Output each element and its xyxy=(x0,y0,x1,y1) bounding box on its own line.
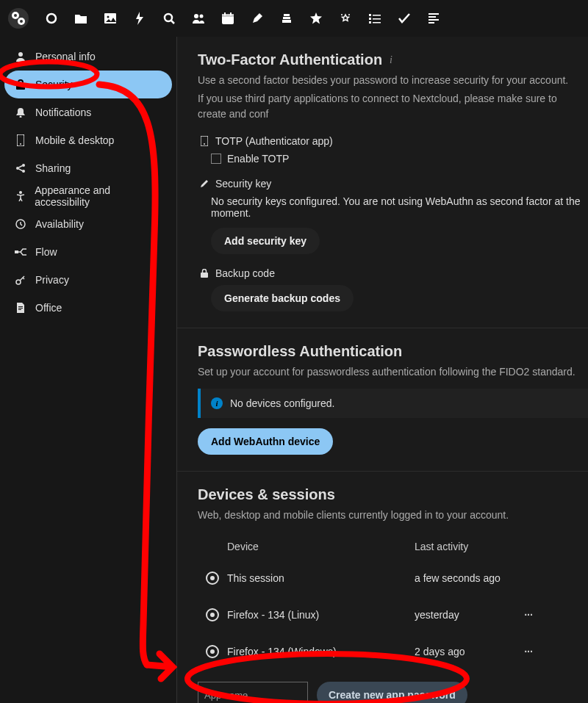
document-icon xyxy=(13,303,28,313)
svg-rect-23 xyxy=(369,18,371,20)
section-title: Two-Factor Authenticationi xyxy=(198,51,588,68)
tasks-icon[interactable] xyxy=(360,4,390,33)
svg-line-39 xyxy=(19,166,23,168)
svg-rect-21 xyxy=(369,14,371,16)
clock-icon xyxy=(13,219,28,229)
sidebar-item-label: Privacy xyxy=(35,274,69,286)
phone-icon xyxy=(13,134,28,146)
section-subtitle: Use a second factor besides your passwor… xyxy=(198,73,588,88)
svg-point-31 xyxy=(18,52,23,57)
svg-rect-47 xyxy=(18,309,21,310)
generate-backup-button[interactable]: Generate backup codes xyxy=(211,285,354,311)
sidebar-item-security[interactable]: Security xyxy=(4,71,172,98)
add-webauthn-button[interactable]: Add WebAuthn device xyxy=(198,428,333,455)
svg-rect-13 xyxy=(222,14,234,17)
svg-point-8 xyxy=(165,14,172,21)
svg-point-3 xyxy=(14,14,17,17)
enable-totp-checkbox[interactable]: Enable TOTP xyxy=(211,153,588,165)
text-icon[interactable] xyxy=(419,4,448,33)
section-subtitle: Set up your account for passwordless aut… xyxy=(198,364,588,380)
pencil-icon xyxy=(198,179,211,188)
securitykey-heading: Security key xyxy=(198,178,588,190)
recommendations-icon[interactable] xyxy=(331,4,360,33)
svg-rect-22 xyxy=(373,15,381,16)
sidebar-item-office[interactable]: Office xyxy=(4,294,172,322)
search-icon[interactable] xyxy=(154,4,184,33)
svg-rect-30 xyxy=(429,22,434,24)
svg-rect-27 xyxy=(429,13,439,15)
user-icon xyxy=(13,51,28,62)
sidebar-item-appearance[interactable]: Appearance and accessibility xyxy=(4,182,172,210)
checkbox-icon xyxy=(211,154,221,164)
backup-heading: Backup code xyxy=(198,267,588,279)
add-security-key-button[interactable]: Add security key xyxy=(211,228,320,254)
sessions-table: Device Last activity This session a few … xyxy=(198,533,588,670)
section-subtitle: Web, desktop and mobile clients currentl… xyxy=(198,508,588,523)
activity-icon[interactable] xyxy=(125,4,154,33)
svg-line-40 xyxy=(19,169,23,171)
svg-rect-46 xyxy=(18,308,23,309)
svg-point-33 xyxy=(20,116,22,118)
sidebar-item-label: Appearance and accessibility xyxy=(35,184,163,208)
svg-point-49 xyxy=(204,143,205,145)
session-row: This session a few seconds ago xyxy=(198,560,588,596)
sidebar-item-privacy[interactable]: Privacy xyxy=(4,266,172,294)
svg-rect-25 xyxy=(369,21,371,24)
svg-point-19 xyxy=(341,14,343,15)
svg-rect-26 xyxy=(373,22,381,24)
svg-rect-28 xyxy=(429,16,436,18)
sidebar-item-label: Office xyxy=(35,302,62,314)
info-banner: i No devices configured. xyxy=(198,389,588,418)
section-twofa: Two-Factor Authenticationi Use a second … xyxy=(177,37,588,328)
svg-rect-18 xyxy=(284,14,290,16)
info-icon[interactable]: i xyxy=(390,54,392,66)
bell-icon xyxy=(13,107,28,118)
deck-icon[interactable] xyxy=(272,4,301,33)
svg-rect-50 xyxy=(201,273,208,278)
main-content: Two-Factor Authenticationi Use a second … xyxy=(176,37,588,703)
dashboard-icon[interactable] xyxy=(37,4,66,33)
sidebar-item-label: Security xyxy=(35,79,73,90)
sidebar-item-availability[interactable]: Availability xyxy=(4,210,172,238)
svg-point-38 xyxy=(22,170,25,173)
app-logo[interactable] xyxy=(6,6,31,31)
sidebar-item-notifications[interactable]: Notifications xyxy=(4,98,172,126)
contacts-icon[interactable] xyxy=(184,4,213,33)
svg-rect-16 xyxy=(282,20,291,23)
browser-icon xyxy=(206,608,219,621)
svg-rect-15 xyxy=(230,12,232,15)
photos-icon[interactable] xyxy=(96,4,125,33)
session-row: Firefox - 134 (Linux) yesterday ··· xyxy=(198,596,588,633)
topbar xyxy=(0,0,588,37)
checklist-icon[interactable] xyxy=(390,4,419,33)
sidebar-item-flow[interactable]: Flow xyxy=(4,238,172,266)
sidebar-item-sharing[interactable]: Sharing xyxy=(4,154,172,182)
files-icon[interactable] xyxy=(66,4,96,33)
svg-point-5 xyxy=(47,14,56,23)
sidebar-item-personal-info[interactable]: Personal info xyxy=(4,43,172,71)
row-menu-button[interactable]: ··· xyxy=(517,609,539,621)
app-name-input[interactable] xyxy=(198,682,308,703)
notes-icon[interactable] xyxy=(243,4,272,33)
row-menu-button[interactable]: ··· xyxy=(517,646,539,657)
section-passwordless: Passwordless Authentication Set up your … xyxy=(177,328,588,472)
favorites-icon[interactable] xyxy=(301,4,331,33)
browser-icon xyxy=(206,645,219,658)
sidebar-item-mobile[interactable]: Mobile & desktop xyxy=(4,126,172,154)
info-icon: i xyxy=(211,397,223,409)
lock-icon xyxy=(13,79,28,90)
section-sessions: Devices & sessions Web, desktop and mobi… xyxy=(177,472,588,703)
svg-point-37 xyxy=(22,164,25,167)
session-row: Firefox - 134 (Windows) 2 days ago ··· xyxy=(198,633,588,670)
svg-line-9 xyxy=(171,21,174,24)
accessibility-icon xyxy=(13,191,27,201)
svg-rect-32 xyxy=(16,84,25,90)
sidebar-item-label: Availability xyxy=(35,218,84,230)
browser-icon xyxy=(206,572,219,585)
sidebar-item-label: Notifications xyxy=(35,107,91,118)
create-app-password-button[interactable]: Create new app password xyxy=(317,682,467,703)
calendar-icon[interactable] xyxy=(213,4,243,33)
lock-icon xyxy=(198,269,211,278)
key-icon xyxy=(13,275,28,285)
flow-icon xyxy=(13,248,28,256)
